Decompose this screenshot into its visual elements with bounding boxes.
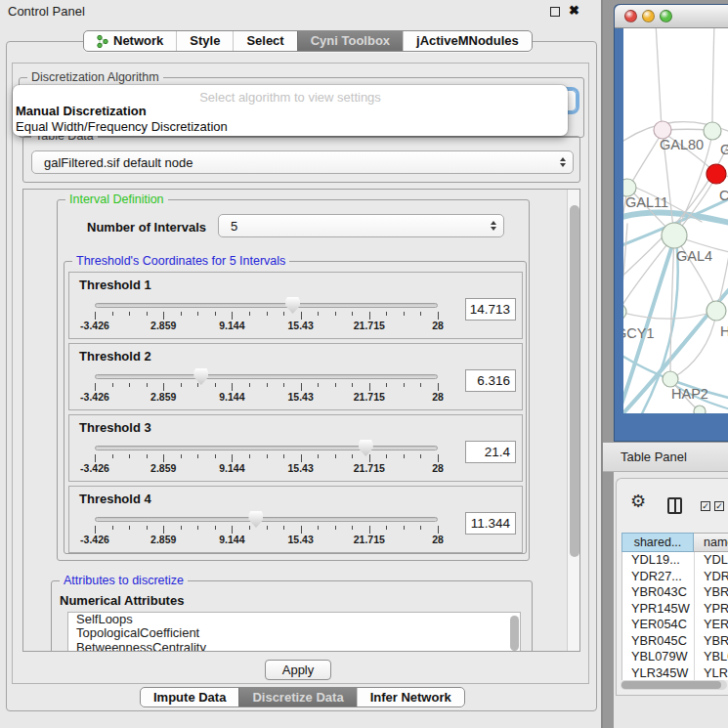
interval-definition-group: Interval Definition Number of Intervals … [57, 199, 530, 561]
list-scrollbar-thumb[interactable] [510, 616, 519, 651]
tab-select[interactable]: Select [233, 31, 296, 51]
network-canvas[interactable]: GAL80GACGAL11GAL4GCY1HHAP2 [623, 28, 728, 413]
network-window-titlebar[interactable] [615, 5, 728, 28]
threshold-value-field[interactable]: 14.713 [465, 298, 516, 321]
table-row[interactable]: YDR27...YDR27... [622, 569, 728, 585]
discretize-data-panel: Discretization Algorithm Select algorith… [12, 63, 589, 684]
column-header-name[interactable]: name [694, 533, 728, 552]
table-row[interactable]: YLR345WYLR345W [622, 665, 728, 681]
table-row[interactable]: YBR045CYBR045C [622, 633, 728, 650]
slider-tick-label: 9.144 [219, 534, 244, 545]
slider-tick-label: -3.426 [80, 534, 109, 545]
cell-shared-name: YDL19... [622, 552, 695, 569]
control-panel-window: Control Panel ✖ NetworkStyleSelectCyni T… [0, 0, 603, 728]
cell-shared-name: YER054C [622, 617, 695, 633]
tab-impute-data[interactable]: Impute Data [141, 688, 238, 707]
table-row[interactable]: YBL079WYBL079W [622, 649, 728, 665]
attribute-list-item[interactable]: SelfLoops [68, 613, 520, 626]
network-node[interactable] [662, 223, 687, 248]
control-panel-titlebar[interactable]: Control Panel ✖ [0, 0, 601, 21]
tab-discretize-data[interactable]: Discretize Data [238, 688, 356, 707]
network-node[interactable] [663, 371, 678, 387]
network-node-label: GA [720, 142, 728, 157]
slider-tick [197, 312, 198, 316]
slider-tick [301, 383, 302, 391]
gear-icon[interactable]: ⚙ [630, 491, 646, 512]
slider-track[interactable] [95, 303, 438, 308]
slider-tick [283, 526, 284, 530]
slider-tick [386, 526, 387, 530]
slider-track[interactable] [95, 374, 438, 379]
tab-network[interactable]: Network [84, 31, 176, 51]
checkbox-icon[interactable]: ✓ [714, 501, 724, 511]
table-row[interactable]: YDL19...YDL19... [622, 552, 728, 569]
number-of-intervals-combobox[interactable]: 5 [218, 214, 504, 237]
slider-tick-label: 15.43 [287, 534, 313, 545]
network-node[interactable] [704, 122, 721, 140]
table-panel: ⚙ ✓ ✓ shared... name YDL19...YDL19...YDR… [614, 472, 728, 728]
tab-jactivemnodules[interactable]: jActiveMNodules [403, 31, 532, 51]
cell-name: YBR043C [696, 584, 728, 601]
numerical-attributes-label: Numerical Attributes [60, 593, 184, 608]
attribute-list-item[interactable]: TopologicalCoefficient [68, 626, 520, 640]
network-node-label: GAL80 [660, 137, 704, 152]
threshold-box-1: Threshold 1-3.4262.8599.14415.4321.71528… [68, 272, 523, 339]
cell-shared-name: YBL079W [622, 649, 695, 665]
slider-thumb[interactable] [359, 440, 373, 456]
table-panel-title: Table Panel [621, 450, 687, 464]
slider-tick-label: 2.859 [150, 391, 176, 403]
slider-tick [95, 454, 96, 462]
settings-scrollbar-thumb[interactable] [570, 205, 579, 557]
threshold-value-field[interactable]: 6.316 [465, 369, 516, 392]
network-node[interactable] [707, 164, 726, 184]
network-node[interactable] [694, 406, 706, 413]
tab-infer-network[interactable]: Infer Network [357, 688, 464, 707]
slider-tick [129, 526, 130, 530]
split-columns-icon[interactable] [667, 497, 682, 514]
zoom-traffic-light[interactable] [660, 10, 672, 22]
minimize-traffic-light[interactable] [642, 10, 655, 22]
table-row[interactable]: YBR043CYBR043C [622, 584, 728, 601]
algorithm-option-equal-width[interactable]: Equal Width/Frequency Discretization [16, 119, 228, 134]
table-row[interactable]: YPR145WYPR145W [622, 601, 728, 618]
settings-scrollbar-track[interactable] [567, 190, 580, 651]
column-header-shared-name[interactable]: shared... [621, 533, 694, 552]
threshold-value-field[interactable]: 11.344 [465, 512, 516, 535]
table-hscrollbar-track[interactable] [621, 680, 727, 690]
network-node-label: H [720, 323, 728, 339]
attributes-group: Attributes to discretize Numerical Attri… [51, 580, 533, 652]
slider-tick [181, 526, 182, 530]
slider-thumb[interactable] [248, 511, 263, 528]
slider-tick [163, 383, 164, 391]
slider-tick [215, 454, 216, 458]
slider-tick [232, 383, 233, 391]
slider-thumb[interactable] [285, 297, 300, 314]
attribute-list-item[interactable]: BetweennessCentrality [68, 641, 520, 652]
slider-tick [352, 526, 353, 530]
close-icon[interactable]: ✖ [569, 3, 579, 18]
float-window-icon[interactable] [550, 7, 560, 17]
slider-track[interactable] [95, 446, 438, 450]
table-data-combobox[interactable]: galFiltered.sif default node [31, 150, 574, 174]
table-row[interactable]: YER054CYER054C [622, 617, 728, 633]
numerical-attributes-list[interactable]: SelfLoopsTopologicalCoefficientBetweenne… [67, 612, 521, 652]
tab-style[interactable]: Style [176, 31, 233, 51]
checkbox-icon[interactable]: ✓ [701, 501, 710, 511]
close-traffic-light[interactable] [624, 10, 637, 22]
slider-tick-label: 21.715 [354, 534, 385, 545]
slider-tick [267, 526, 268, 530]
threshold-value-field[interactable]: 21.4 [465, 441, 516, 463]
slider-tick [163, 454, 164, 462]
slider-tick-label: 9.144 [219, 391, 244, 403]
network-node[interactable] [707, 301, 726, 321]
slider-track[interactable] [95, 517, 438, 522]
algorithm-option-manual[interactable]: Manual Discretization [16, 104, 147, 118]
slider-tick [404, 383, 405, 387]
tab-cyni-toolbox[interactable]: Cyni Toolbox [297, 31, 403, 51]
table-panel-titlebar[interactable]: Table Panel [603, 442, 728, 472]
apply-button[interactable]: Apply [265, 660, 331, 680]
table-hscrollbar-thumb[interactable] [621, 681, 721, 689]
slider-thumb[interactable] [193, 368, 208, 385]
network-node[interactable] [623, 304, 626, 320]
slider-tick [352, 383, 353, 387]
